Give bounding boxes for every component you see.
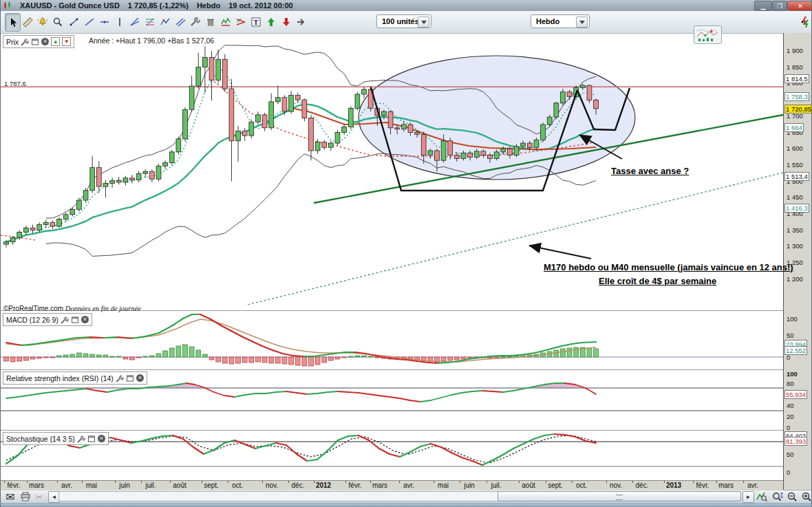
- m170-arrow[interactable]: [529, 246, 591, 259]
- horizontal-line-tool-button[interactable]: [97, 13, 111, 30]
- ruler-tool-button[interactable]: [20, 13, 34, 30]
- detach-window-icon[interactable]: [126, 374, 134, 382]
- red-down-arrow-icon: [281, 17, 292, 28]
- segment-tool-button[interactable]: [67, 13, 81, 30]
- candle-body: [77, 200, 82, 209]
- time-scrollbar-thumb[interactable]: [498, 491, 741, 501]
- rsi-panel-title: Relative strength index (RSI) (14): [6, 374, 114, 382]
- time-axis-tick: [370, 481, 371, 483]
- email-chart-button[interactable]: ✉: [3, 491, 17, 502]
- zoom-in-button[interactable]: [800, 491, 812, 502]
- candle-body: [156, 166, 161, 179]
- detach-window-icon[interactable]: [31, 38, 39, 46]
- macd-value-box: 12,552: [784, 346, 807, 355]
- stoch-axis-tick: 0: [787, 468, 790, 476]
- window-titlebar[interactable]: XAUUSD - Gold Ounce USD 1 720,85 (-1,22%…: [1, 0, 812, 12]
- indicator-value-box: 1 758,3: [784, 92, 809, 101]
- wrench-icon[interactable]: [77, 435, 85, 443]
- macd-histogram-bar: [488, 357, 493, 358]
- sell-arrow-tool-button[interactable]: [279, 13, 293, 30]
- time-axis-tick: [314, 481, 314, 483]
- candle-body: [17, 232, 22, 237]
- vertical-zoom-button[interactable]: [770, 491, 784, 502]
- more-tools-button[interactable]: [294, 13, 308, 30]
- auto-scale-button[interactable]: [755, 491, 769, 502]
- refresh-data-button[interactable]: [798, 13, 812, 30]
- detach-window-icon[interactable]: [71, 316, 79, 324]
- move-panel-down-icon[interactable]: ▼: [62, 37, 71, 46]
- main-toolbar: T 100 unités Hebdo: [1, 11, 812, 34]
- period-dropdown[interactable]: Hebdo: [531, 14, 590, 28]
- candle-body: [4, 242, 9, 244]
- scrollbar-grip: [616, 495, 623, 500]
- macd-histogram-bar: [229, 357, 234, 364]
- fan-lines-tool-button[interactable]: [127, 13, 142, 30]
- move-panel-up-icon[interactable]: ▲: [51, 37, 60, 46]
- candle-body: [348, 108, 353, 127]
- macd-chart[interactable]: [1, 311, 783, 369]
- macd-histogram-bar: [90, 354, 95, 357]
- zoom-out-button[interactable]: [785, 491, 799, 502]
- bearish-patterns-button[interactable]: [233, 13, 248, 30]
- month-label: juin: [119, 482, 130, 489]
- candle-body: [43, 222, 48, 224]
- macd-histogram-bar: [256, 357, 261, 362]
- chevron-down-icon[interactable]: [418, 17, 429, 28]
- price-axis-tick: 1 900: [787, 47, 803, 54]
- fibonacci-tool-button[interactable]: [142, 13, 157, 30]
- buy-arrow-tool-button[interactable]: [264, 13, 278, 30]
- macd-histogram-bar: [494, 357, 499, 358]
- maximize-button[interactable]: ❐: [772, 1, 787, 11]
- cursor-tool-button[interactable]: [5, 13, 21, 32]
- close-panel-icon[interactable]: ×: [98, 435, 105, 442]
- parallel-lines-tool-button[interactable]: [173, 13, 187, 30]
- wrench-icon[interactable]: [116, 374, 124, 382]
- time-axis-tick: [345, 481, 346, 483]
- alert-tool-button[interactable]: [35, 13, 50, 30]
- wrench-icon[interactable]: [21, 38, 29, 46]
- close-button[interactable]: ✕: [787, 1, 812, 11]
- bullish-patterns-button[interactable]: [218, 13, 233, 30]
- macd-histogram-bar: [302, 357, 307, 366]
- detach-window-icon[interactable]: [87, 435, 96, 443]
- cut-button-disabled: ✂: [32, 491, 46, 502]
- delete-drawings-button[interactable]: [203, 13, 217, 30]
- macd-histogram-bar: [196, 350, 201, 357]
- zigzag-tool-button[interactable]: [158, 13, 172, 30]
- macd-histogram-bar: [96, 355, 101, 357]
- price-axis-gutter[interactable]: 1 9001 8501 8001 7001 6501 6001 5501 500…: [783, 33, 812, 490]
- macd-histogram-bar: [83, 354, 88, 357]
- scroll-right-button[interactable]: ►: [742, 491, 754, 503]
- month-label: juin: [464, 482, 475, 489]
- candle-body: [309, 118, 314, 151]
- time-axis-tick: [399, 481, 400, 483]
- macd-histogram-bar: [236, 357, 241, 363]
- month-label: déc.: [292, 482, 305, 489]
- print-chart-button[interactable]: [19, 491, 32, 502]
- candle-body: [189, 86, 194, 109]
- stoch-chart[interactable]: [1, 431, 783, 479]
- close-panel-icon[interactable]: ×: [136, 374, 144, 382]
- bearish-pattern-icon: [235, 17, 246, 28]
- candle-body: [83, 191, 88, 200]
- minimize-button[interactable]: ▁: [754, 1, 772, 11]
- drawing-settings-button[interactable]: [188, 13, 202, 30]
- cursor-icon: [8, 17, 19, 28]
- trendline-tool-button[interactable]: [82, 13, 96, 30]
- close-panel-icon[interactable]: ×: [81, 316, 89, 323]
- price-axis-tick: 1 850: [787, 63, 803, 71]
- chevron-down-icon[interactable]: [576, 17, 588, 28]
- candle-body: [216, 59, 221, 80]
- candle-body: [262, 115, 267, 128]
- vertical-line-tool-button[interactable]: [112, 13, 127, 30]
- units-dropdown[interactable]: 100 unités: [376, 14, 431, 28]
- month-label: mars: [29, 482, 44, 489]
- text-tool-button[interactable]: T: [248, 13, 263, 30]
- wrench-icon[interactable]: [61, 316, 69, 324]
- time-axis[interactable]: févr.marsavr.maijuinjuil.aoûtsept.oct.no…: [1, 480, 783, 490]
- time-axis-tick: [288, 481, 289, 483]
- zoom-tool-button[interactable]: [50, 13, 65, 30]
- close-panel-icon[interactable]: ×: [41, 38, 49, 45]
- candle-body: [567, 92, 572, 97]
- macd-histogram-bar: [587, 348, 592, 357]
